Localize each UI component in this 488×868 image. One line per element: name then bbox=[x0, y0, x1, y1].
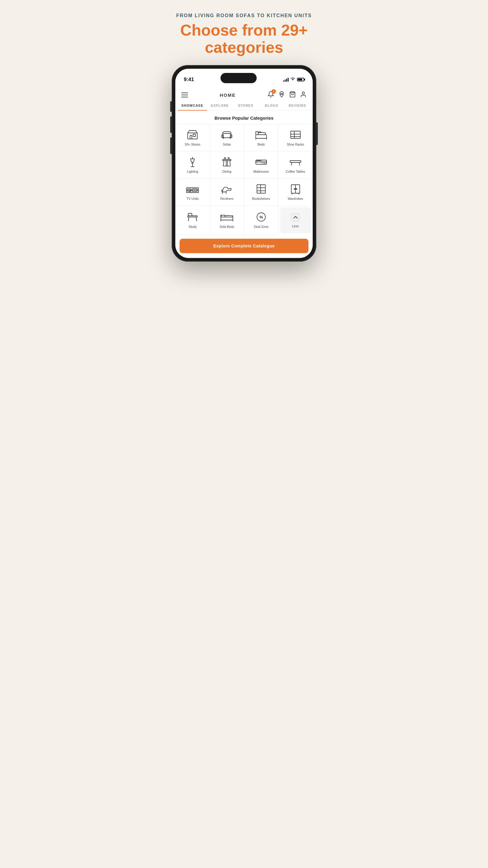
explore-catalogue-button[interactable]: Explore Complete Catalogue bbox=[180, 239, 308, 253]
signal-bar-3 bbox=[286, 79, 287, 82]
tv-unit-icon bbox=[186, 184, 199, 194]
svg-point-46 bbox=[296, 188, 297, 189]
store-locator-button[interactable] bbox=[278, 91, 285, 99]
app-header: HOME 2 bbox=[175, 89, 313, 101]
battery-icon bbox=[297, 78, 304, 82]
svg-rect-11 bbox=[291, 131, 300, 138]
status-bar: 9:41 bbox=[175, 69, 313, 89]
side-button-vol-up bbox=[170, 116, 172, 133]
deal-zone-label: Deal Zone bbox=[254, 225, 268, 229]
category-item-dining[interactable]: Dining bbox=[210, 152, 244, 179]
hamburger-menu-icon[interactable] bbox=[181, 93, 188, 97]
svg-rect-5 bbox=[190, 135, 192, 139]
header-icons: 2 bbox=[267, 91, 307, 99]
category-item-lighting[interactable]: Lighting bbox=[175, 152, 210, 179]
dining-label: Dining bbox=[222, 170, 231, 174]
sofa-icon bbox=[220, 129, 233, 140]
sofa-beds-label: Sofa Beds bbox=[220, 225, 234, 229]
category-item-beds[interactable]: Beds bbox=[244, 124, 279, 152]
svg-line-52 bbox=[196, 217, 197, 221]
page-wrapper: FROM LIVING ROOM SOFAS TO KITCHEN UNITS … bbox=[163, 12, 325, 261]
dynamic-island bbox=[221, 73, 257, 83]
signal-bar-4 bbox=[288, 78, 289, 82]
cart-button[interactable] bbox=[289, 91, 296, 99]
category-item-recliners[interactable]: Recliners bbox=[210, 179, 244, 206]
category-item-coffee-tables[interactable]: Coffee Tables bbox=[278, 152, 313, 179]
svg-rect-7 bbox=[223, 133, 231, 138]
svg-point-45 bbox=[294, 188, 295, 189]
category-item-shoe-racks[interactable]: Shoe Racks bbox=[278, 124, 313, 152]
signal-bar-1 bbox=[283, 81, 284, 82]
wardrobes-label: Wardrobes bbox=[288, 197, 303, 201]
lighting-label: Lighting bbox=[187, 170, 198, 174]
wifi-icon bbox=[290, 77, 295, 82]
notification-bell-button[interactable]: 2 bbox=[267, 91, 274, 99]
wardrobe-icon bbox=[289, 184, 302, 194]
shoe-racks-label: Shoe Racks bbox=[287, 143, 304, 147]
status-icons bbox=[283, 77, 304, 82]
svg-rect-28 bbox=[290, 161, 301, 162]
headline-sub: FROM LIVING ROOM SOFAS TO KITCHEN UNITS bbox=[169, 12, 319, 19]
categories-section: Browse Popular Categories 50+ S bbox=[175, 111, 313, 235]
lighting-icon bbox=[186, 156, 199, 167]
svg-rect-38 bbox=[257, 185, 265, 193]
deal-zone-icon: % bbox=[255, 212, 268, 222]
categories-grid: 50+ Stores So bbox=[175, 124, 313, 235]
recliners-label: Recliners bbox=[220, 197, 233, 201]
bookshelf-icon bbox=[255, 184, 268, 194]
bookshelves-label: Bookshelves bbox=[252, 197, 270, 201]
coffee-table-icon bbox=[289, 156, 302, 167]
category-item-less[interactable]: Less bbox=[280, 207, 311, 233]
tab-explore[interactable]: EXPLORE bbox=[207, 101, 233, 110]
mattress-icon bbox=[255, 156, 268, 167]
category-item-bookshelves[interactable]: Bookshelves bbox=[244, 179, 279, 206]
svg-rect-58 bbox=[291, 213, 300, 221]
tab-blogs[interactable]: BLOGS bbox=[258, 101, 284, 110]
menu-line bbox=[181, 97, 188, 97]
user-profile-button[interactable] bbox=[300, 91, 307, 99]
phone-shell: 9:41 bbox=[172, 65, 316, 261]
categories-title: Browse Popular Categories bbox=[175, 116, 313, 121]
bed-icon bbox=[255, 129, 268, 140]
svg-rect-55 bbox=[221, 217, 233, 220]
svg-line-36 bbox=[222, 192, 223, 194]
app-title: HOME bbox=[220, 93, 236, 98]
stores-label: 50+ Stores bbox=[185, 143, 200, 147]
headline-main: Choose from 29+ categories bbox=[169, 22, 319, 56]
svg-rect-53 bbox=[188, 213, 192, 216]
category-item-tv-units[interactable]: TV Units bbox=[175, 179, 210, 206]
dining-icon bbox=[220, 156, 233, 167]
svg-rect-4 bbox=[188, 133, 197, 139]
notification-badge: 2 bbox=[271, 89, 276, 94]
tab-stores[interactable]: STORES bbox=[233, 101, 259, 110]
svg-line-21 bbox=[230, 161, 230, 166]
study-icon bbox=[186, 212, 199, 222]
svg-line-51 bbox=[188, 217, 189, 221]
less-label: Less bbox=[292, 224, 299, 228]
category-item-sofa-beds[interactable]: Sofa Beds bbox=[210, 206, 244, 235]
explore-btn-wrap: Explore Complete Catalogue bbox=[175, 235, 313, 258]
phone-screen: 9:41 bbox=[175, 69, 313, 258]
shoe-rack-icon bbox=[289, 129, 302, 140]
side-button-mute bbox=[170, 101, 172, 112]
svg-line-30 bbox=[299, 162, 300, 165]
study-label: Study bbox=[189, 225, 197, 229]
category-item-study[interactable]: Study bbox=[175, 206, 210, 235]
headline-section: FROM LIVING ROOM SOFAS TO KITCHEN UNITS … bbox=[163, 12, 325, 56]
stores-icon bbox=[186, 129, 199, 140]
tab-showcase[interactable]: SHOWCASE bbox=[178, 101, 207, 110]
svg-rect-19 bbox=[223, 159, 231, 161]
category-item-mattresses[interactable]: Mattresses bbox=[244, 152, 279, 179]
category-item-sofas[interactable]: Sofas bbox=[210, 124, 244, 152]
category-item-stores[interactable]: 50+ Stores bbox=[175, 124, 210, 152]
tv-units-label: TV Units bbox=[187, 197, 198, 201]
tab-reviews[interactable]: REVIEWS bbox=[284, 101, 310, 110]
svg-rect-26 bbox=[228, 158, 229, 159]
sofas-label: Sofas bbox=[223, 143, 231, 147]
svg-point-3 bbox=[302, 92, 304, 94]
menu-line bbox=[181, 93, 188, 93]
category-item-deal-zone[interactable]: % Deal Zone bbox=[244, 206, 279, 235]
category-item-wardrobes[interactable]: Wardrobes bbox=[278, 179, 313, 206]
battery-fill bbox=[298, 79, 302, 81]
svg-rect-10 bbox=[256, 135, 267, 138]
